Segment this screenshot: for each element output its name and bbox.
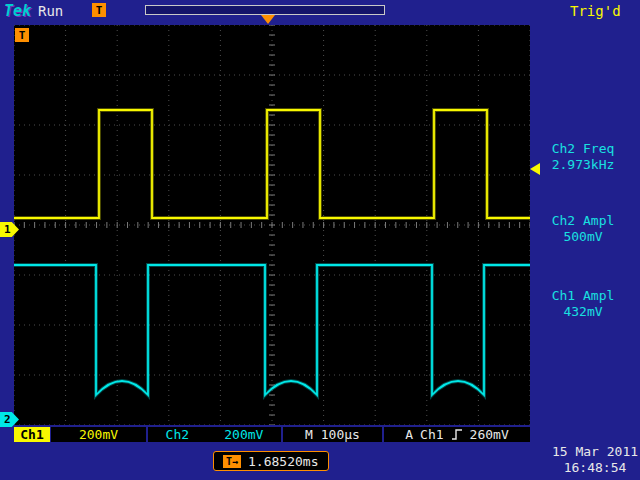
- readout-value: 500mV: [528, 229, 638, 245]
- readout-label: Ch2 Freq: [528, 141, 638, 157]
- acquisition-status: Run: [38, 3, 63, 19]
- readout-ch2-freq: Ch2 Freq 2.973kHz: [528, 141, 638, 173]
- trigger-badge-icon: T: [92, 3, 106, 17]
- trigger-time-value: 1.68520ms: [248, 454, 318, 469]
- trigger-level-value: 260mV: [470, 427, 509, 442]
- readout-ch1-ampl: Ch1 Ampl 432mV: [528, 288, 638, 320]
- oscilloscope-screen: Tek Run T Trig'd T 1 2 Ch2 Freq 2.973kHz…: [0, 0, 640, 480]
- trigger-status: Trig'd: [570, 3, 621, 19]
- date-text: 15 Mar 2011: [550, 444, 640, 460]
- rising-slope-icon: [451, 429, 463, 440]
- trigger-source: Ch1: [420, 427, 443, 442]
- ch2-scale-readout: Ch2 200mV: [148, 427, 281, 442]
- ch1-scale-badge: Ch1: [14, 427, 50, 442]
- timebase-readout: M 100µs: [283, 427, 382, 442]
- ch2-scale-label: Ch2: [166, 427, 189, 442]
- trigger-prefix: A: [405, 427, 413, 442]
- tek-logo: Tek: [4, 2, 31, 20]
- trigger-settings-readout: A Ch1 260mV: [384, 427, 530, 442]
- readout-value: 2.973kHz: [528, 157, 638, 173]
- readout-label: Ch2 Ampl: [528, 213, 638, 229]
- readout-label: Ch1 Ampl: [528, 288, 638, 304]
- ch2-scale-value: 200mV: [224, 427, 263, 442]
- datetime-display: 15 Mar 2011 16:48:54: [550, 444, 640, 476]
- graticule: [14, 25, 530, 425]
- trigger-position-marker-icon: [261, 15, 275, 24]
- trigger-time-icon: T→: [223, 455, 241, 468]
- time-text: 16:48:54: [550, 460, 640, 476]
- readout-value: 432mV: [528, 304, 638, 320]
- readout-ch2-ampl: Ch2 Ampl 500mV: [528, 213, 638, 245]
- record-view-bar: [145, 5, 385, 15]
- ch1-scale-value: 200mV: [51, 427, 146, 442]
- waveform-display: [14, 25, 530, 425]
- trigger-time-readout: T→ 1.68520ms: [213, 451, 329, 471]
- trigger-marker: T: [15, 28, 29, 42]
